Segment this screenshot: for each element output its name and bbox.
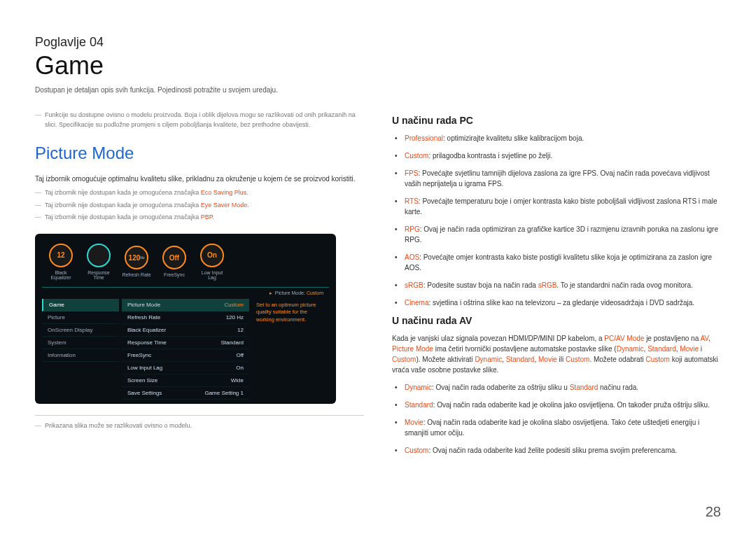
note-line: Taj izbornik nije dostupan kada je omogu… xyxy=(35,201,364,211)
chapter-subtitle: Dostupan je detaljan opis svih funkcija.… xyxy=(35,86,721,94)
pc-mode-heading: U načinu rada PC xyxy=(392,115,721,126)
model-disclaimer: Funkcije su dostupne ovisno o modelu pro… xyxy=(35,111,364,129)
note-line: Taj izbornik nije dostupan kada je omogu… xyxy=(35,188,364,198)
osd-menu: GamePictureOnScreen DisplaySystemInforma… xyxy=(42,299,119,400)
osd-setting-row: Response TimeStandard xyxy=(122,337,249,349)
osd-setting-row: Black Equalizer12 xyxy=(122,324,249,337)
list-item: Movie: Ovaj način rada odaberite kad je … xyxy=(405,417,721,438)
list-item: Cinema: svjetlina i oštrina slike kao na… xyxy=(405,297,721,308)
osd-settings: Picture ModeCustomRefresh Rate120 HzBlac… xyxy=(122,299,249,400)
osd-screenshot: 12Black EqualizerResponse Time120HzRefre… xyxy=(35,234,336,404)
chapter-title: Game xyxy=(35,51,721,80)
osd-setting-row: Save SettingsGame Setting 1 xyxy=(122,387,249,400)
list-item: RTS: Povećajte temperaturu boje i omjer … xyxy=(405,196,721,217)
page-number: 28 xyxy=(706,504,721,520)
av-mode-list: Dynamic: Ovaj način rada odaberite za oš… xyxy=(392,382,721,456)
osd-status-key: Picture Mode: xyxy=(275,290,305,296)
osd-status-bar: ▸ Picture Mode: Custom xyxy=(42,288,329,299)
image-footnote: Prikazana slika može se razlikovati ovis… xyxy=(35,421,364,431)
list-item: FPS: Povećajte svjetlinu tamnijih dijelo… xyxy=(405,168,721,189)
separator xyxy=(35,415,364,416)
osd-setting-row: Refresh Rate120 Hz xyxy=(122,311,249,324)
osd-menu-item: Picture xyxy=(42,311,119,324)
osd-menu-item: Information xyxy=(42,349,119,362)
section-paragraph: Taj izbornik omogućuje optimalnu kvalite… xyxy=(35,174,364,184)
osd-description: Set to an optimum picture quality suitab… xyxy=(252,299,329,400)
osd-setting-row: Screen SizeWide xyxy=(122,374,249,387)
osd-dial: 12Black Equalizer xyxy=(46,244,76,280)
osd-dial: Response Time xyxy=(84,244,113,280)
note-line: Taj izbornik nije dostupan kada je omogu… xyxy=(35,213,364,223)
list-item: Professional: optimizirajte kvalitetu sl… xyxy=(405,133,721,143)
chapter-header: Poglavlje 04 Game Dostupan je detaljan o… xyxy=(35,35,721,94)
osd-menu-item: OnScreen Display xyxy=(42,324,119,337)
osd-setting-row: FreeSyncOff xyxy=(122,349,249,362)
list-item: Standard: Ovaj način rada odaberite kad … xyxy=(405,400,721,410)
osd-dial: 120HzRefresh Rate xyxy=(122,246,151,277)
list-item: Dynamic: Ovaj način rada odaberite za oš… xyxy=(405,382,721,393)
list-item: sRGB: Podesite sustav boja na način rada… xyxy=(405,280,721,290)
pc-mode-list: Professional: optimizirajte kvalitetu sl… xyxy=(392,133,721,308)
osd-menu-item: Game xyxy=(42,299,119,311)
osd-dial: OnLow Input Lag xyxy=(197,244,227,280)
osd-menu-item: System xyxy=(42,337,119,349)
section-heading: Picture Mode xyxy=(35,143,364,163)
chapter-label: Poglavlje 04 xyxy=(35,35,721,50)
list-item: Custom: Ovaj način rada odaberite kad že… xyxy=(405,445,721,456)
osd-dial: OffFreeSync xyxy=(160,246,189,277)
osd-setting-row: Low Input LagOn xyxy=(122,362,249,374)
osd-status-val: Custom xyxy=(307,290,323,296)
list-item: Custom: prilagodba kontrasta i svjetline… xyxy=(405,150,721,161)
av-mode-heading: U načinu rada AV xyxy=(392,315,721,326)
list-item: AOS: Povećajte omjer kontrasta kako bist… xyxy=(405,252,721,273)
left-column: Funkcije su dostupne ovisno o modelu pro… xyxy=(35,111,364,463)
av-mode-intro: Kada je vanjski ulaz signala povezan HDM… xyxy=(392,333,721,375)
right-column: U načinu rada PC Professional: optimizir… xyxy=(392,111,721,463)
list-item: RPG: Ovaj je način rada optimiziran za g… xyxy=(405,224,721,245)
osd-setting-row: Picture ModeCustom xyxy=(122,299,249,311)
